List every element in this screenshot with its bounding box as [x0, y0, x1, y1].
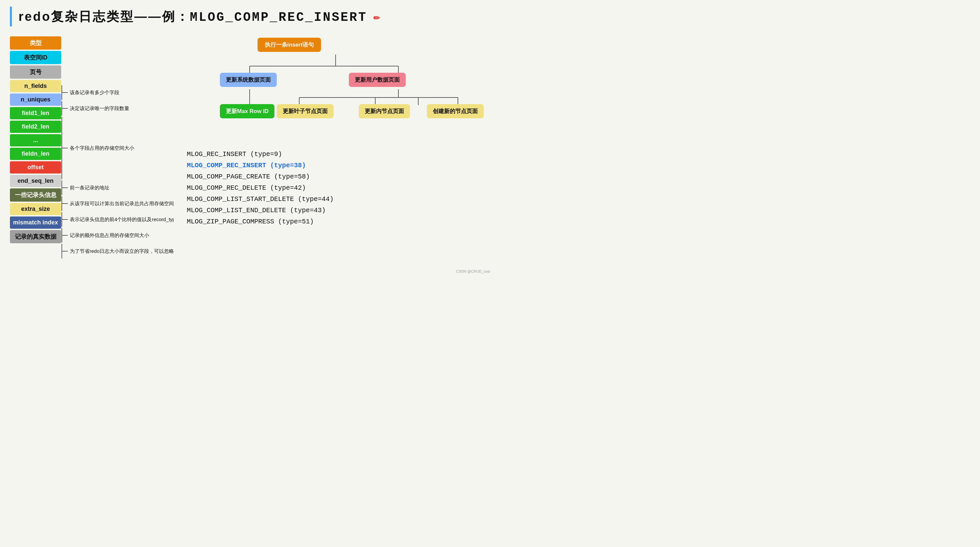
- field-type: 类型: [10, 37, 61, 49]
- brackets-annotations: 该条记录有多少个字段 决定该记录唯一的字段数量 各个字段占用的存储空间大小 前一…: [61, 37, 173, 274]
- code-line-2: MLOG_COMP_REC_INSERT (type=38): [187, 160, 490, 171]
- main-content: 类型 表空间ID 页号 n_fields n_uniques field1_le…: [10, 37, 490, 274]
- svg-text:决定该记录唯一的字段数量: 决定该记录唯一的字段数量: [70, 105, 129, 111]
- field-endseqlen: end_seq_len: [10, 175, 61, 187]
- svg-text:前一条记录的地址: 前一条记录的地址: [70, 185, 110, 190]
- page-title: redo复杂日志类型——例：MLOG_COMP_REC_INSERT ✏: [19, 8, 381, 25]
- node-user: 更新用户数据页面: [349, 73, 406, 87]
- field-recordinfo: 一些记录头信息: [10, 188, 61, 202]
- svg-text:表示记录头信息的前4个比特的值以及record_type的值: 表示记录头信息的前4个比特的值以及record_type的值: [70, 216, 173, 222]
- fields-annotations-panel: 类型 表空间ID 页号 n_fields n_uniques field1_le…: [10, 37, 173, 274]
- node-leaf: 更新叶子节点页面: [277, 104, 334, 118]
- title-accent: [10, 6, 12, 27]
- right-area: 执行一条insert语句 更新系统数据页面 更新用户数据页面 更新Max Row…: [187, 37, 490, 227]
- code-line-6: MLOG_COMP_LIST_END_DELETE (type=43): [187, 205, 490, 216]
- bracket-svg: 该条记录有多少个字段 决定该记录唯一的字段数量 各个字段占用的存储空间大小 前一…: [61, 37, 173, 274]
- node-sys: 更新系统数据页面: [220, 73, 277, 87]
- field-offset: offset: [10, 161, 61, 173]
- watermark: CSDN @CRUD_codes: [456, 269, 490, 274]
- node-newnode: 创建新的节点页面: [427, 104, 484, 118]
- field-field1len: field1_len: [10, 107, 61, 119]
- tree-svg: [187, 37, 484, 139]
- field-dots: ...: [10, 134, 61, 146]
- tree-diagram: 执行一条insert语句 更新系统数据页面 更新用户数据页面 更新Max Row…: [187, 37, 490, 139]
- code-line-5: MLOG_COMP_LIST_START_DELETE (type=44): [187, 194, 490, 205]
- svg-text:各个字段占用的存储空间大小: 各个字段占用的存储空间大小: [70, 145, 134, 151]
- code-line-3: MLOG_COMP_PAGE_CREATE (type=58): [187, 171, 490, 183]
- field-field2len: field2_len: [10, 121, 61, 133]
- field-realdata: 记录的真实数据: [10, 230, 61, 243]
- svg-text:为了节省redo日志大小而设立的字段，可以忽略: 为了节省redo日志大小而设立的字段，可以忽略: [70, 248, 173, 254]
- pen-icon: ✏: [373, 14, 381, 22]
- field-pageno: 页号: [10, 65, 61, 79]
- svg-text:该条记录有多少个字段: 该条记录有多少个字段: [70, 89, 119, 95]
- code-block: MLOG_REC_INSERT (type=9) MLOG_COMP_REC_I…: [187, 149, 490, 227]
- field-nuniques: n_uniques: [10, 94, 61, 106]
- field-tablespace: 表空间ID: [10, 51, 61, 64]
- field-nfields: n_fields: [10, 80, 61, 92]
- field-fieldnlen: fieldn_len: [10, 148, 61, 160]
- field-mismatch: mismatch index: [10, 216, 61, 229]
- node-root: 执行一条insert语句: [258, 38, 321, 52]
- field-column: 类型 表空间ID 页号 n_fields n_uniques field1_le…: [10, 37, 61, 243]
- title-bar: redo复杂日志类型——例：MLOG_COMP_REC_INSERT ✏: [10, 6, 490, 27]
- code-line-1: MLOG_REC_INSERT (type=9): [187, 149, 490, 160]
- field-extrasize: extra_size: [10, 203, 61, 215]
- svg-text:记录的额外信息占用的存储空间大小: 记录的额外信息占用的存储空间大小: [70, 232, 149, 238]
- code-line-7: MLOG_ZIP_PAGE_COMPRESS (type=51): [187, 216, 490, 227]
- svg-text:从该字段可以计算出当前记录总共占用存储空间的大小: 从该字段可以计算出当前记录总共占用存储空间的大小: [70, 200, 173, 206]
- code-line-4: MLOG_COMP_REC_DELETE (type=42): [187, 183, 490, 194]
- node-inner: 更新内节点页面: [359, 104, 410, 118]
- node-maxrow: 更新Max Row ID: [220, 104, 274, 118]
- title-prefix: redo复杂日志类型——例：: [19, 10, 190, 24]
- title-suffix: MLOG_COMP_REC_INSERT: [190, 10, 367, 24]
